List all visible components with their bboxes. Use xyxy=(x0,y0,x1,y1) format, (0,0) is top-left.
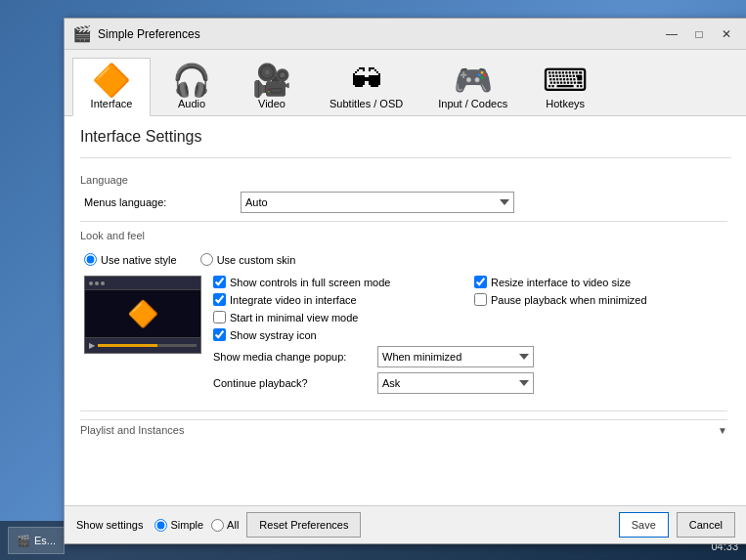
taskbar-app-label: Es... xyxy=(34,535,56,546)
divider-2 xyxy=(80,410,727,411)
preview-progress-fill xyxy=(98,344,157,347)
save-button[interactable]: Save xyxy=(619,512,669,538)
preview-play-icon: ▶ xyxy=(89,341,95,350)
native-style-text: Use native style xyxy=(101,254,177,266)
reset-preferences-button[interactable]: Reset Preferences xyxy=(246,512,361,538)
minimize-button[interactable]: — xyxy=(659,22,684,46)
checkbox-col-right: Resize interface to video size Pause pla… xyxy=(474,276,724,346)
media-popup-row: Show media change popup: When minimized … xyxy=(213,346,724,367)
custom-skin-radio[interactable] xyxy=(200,253,213,266)
start-minimal-label: Start in minimal view mode xyxy=(230,312,358,323)
skin-radio-group: Use native style Use custom skin xyxy=(80,247,727,272)
show-systray-label: Show systray icon xyxy=(230,329,317,341)
menus-language-row: Menus language: Auto English French Germ… xyxy=(80,192,727,213)
playlist-section-header[interactable]: Playlist and Instances ▼ xyxy=(80,419,727,440)
maximize-button[interactable]: □ xyxy=(686,22,712,46)
taskbar-app-icon: 🎬 xyxy=(17,535,30,547)
resize-interface-label: Resize interface to video size xyxy=(491,277,631,288)
cancel-button[interactable]: Cancel xyxy=(677,512,735,538)
pause-minimized-row: Pause playback when minimized xyxy=(474,293,724,306)
tab-subtitles-label: Subtitles / OSD xyxy=(329,98,403,109)
dialog-window: 🎬 Simple Preferences — □ ✕ 🔶 Interface 🎧… xyxy=(64,18,746,544)
chevron-down-icon: ▼ xyxy=(718,425,727,436)
tab-input-label: Input / Codecs xyxy=(438,98,507,109)
tab-input[interactable]: 🎮 Input / Codecs xyxy=(421,58,524,115)
checkbox-columns: Show controls in full screen mode Integr… xyxy=(213,276,724,346)
tab-subtitles[interactable]: 🕶 Subtitles / OSD xyxy=(313,58,419,115)
language-group-label: Language xyxy=(80,174,727,186)
preview-dots xyxy=(89,281,105,285)
menus-language-select[interactable]: Auto English French German Spanish xyxy=(241,192,514,213)
continue-playback-row: Continue playback? Ask Always Never xyxy=(213,372,724,394)
continue-playback-label: Continue playback? xyxy=(213,377,370,389)
tab-video-label: Video xyxy=(258,98,285,109)
vlc-cone-icon: 🔶 xyxy=(127,299,158,329)
tab-interface-label: Interface xyxy=(91,98,133,109)
resize-interface-checkbox[interactable] xyxy=(474,276,487,288)
tab-audio[interactable]: 🎧 Audio xyxy=(153,58,231,115)
preview-screen: 🔶 xyxy=(85,290,200,337)
integrate-video-row: Integrate video in interface xyxy=(213,293,462,306)
bottom-bar: Show settings Simple All Reset Preferenc… xyxy=(65,505,746,543)
simple-radio-label[interactable]: Simple xyxy=(154,519,203,532)
pause-minimized-label: Pause playback when minimized xyxy=(491,294,647,306)
tab-input-icon: 🎮 xyxy=(454,65,493,96)
preview-checkboxes-row: 🔶 ▶ xyxy=(80,272,727,403)
pause-minimized-checkbox[interactable] xyxy=(474,293,487,306)
integrate-video-checkbox[interactable] xyxy=(213,293,226,306)
divider-1 xyxy=(80,221,727,222)
all-radio-label[interactable]: All xyxy=(211,519,239,532)
integrate-video-label: Integrate video in interface xyxy=(230,294,357,306)
simple-radio[interactable] xyxy=(154,519,167,532)
preview-thumbnail: 🔶 ▶ xyxy=(84,276,201,354)
tab-hotkeys-icon: ⌨ xyxy=(543,65,588,96)
title-bar-controls: — □ ✕ xyxy=(659,22,739,46)
show-systray-checkbox[interactable] xyxy=(213,328,226,341)
dialog-title: Simple Preferences xyxy=(98,27,653,41)
tab-audio-icon: 🎧 xyxy=(172,65,211,96)
menus-language-label: Menus language: xyxy=(84,196,241,208)
tab-interface-icon: 🔶 xyxy=(92,65,131,96)
dialog-icon: 🎬 xyxy=(72,24,92,43)
tab-video-icon: 🎥 xyxy=(252,65,291,96)
media-popup-select[interactable]: When minimized Always Never xyxy=(377,346,534,367)
tab-bar: 🔶 Interface 🎧 Audio 🎥 Video 🕶 Subtitles … xyxy=(65,50,746,116)
show-controls-label: Show controls in full screen mode xyxy=(230,277,390,288)
all-radio-text: All xyxy=(227,519,239,531)
tab-hotkeys[interactable]: ⌨ Hotkeys xyxy=(526,58,604,115)
checkboxes-area: Show controls in full screen mode Integr… xyxy=(213,276,724,399)
section-divider xyxy=(80,157,731,158)
custom-skin-radio-label[interactable]: Use custom skin xyxy=(200,253,296,266)
tab-video[interactable]: 🎥 Video xyxy=(233,58,311,115)
show-controls-row: Show controls in full screen mode xyxy=(213,276,462,288)
show-settings-label: Show settings xyxy=(76,519,143,531)
taskbar-app[interactable]: 🎬 Es... xyxy=(8,527,65,554)
title-bar: 🎬 Simple Preferences — □ ✕ xyxy=(65,19,746,50)
all-radio[interactable] xyxy=(211,519,224,532)
close-button[interactable]: ✕ xyxy=(714,22,739,46)
resize-interface-row: Resize interface to video size xyxy=(474,276,724,288)
start-minimal-checkbox[interactable] xyxy=(213,311,226,323)
media-popup-label: Show media change popup: xyxy=(213,351,370,363)
tab-audio-label: Audio xyxy=(178,98,205,109)
settings-scroll[interactable]: Language Menus language: Auto English Fr… xyxy=(80,166,731,494)
tab-subtitles-icon: 🕶 xyxy=(351,65,382,96)
section-title: Interface Settings xyxy=(80,128,731,146)
playlist-section-label: Playlist and Instances xyxy=(80,424,184,436)
preview-top-bar xyxy=(85,277,200,290)
preview-progress-bar xyxy=(98,344,197,347)
show-controls-checkbox[interactable] xyxy=(213,276,226,288)
tab-interface[interactable]: 🔶 Interface xyxy=(72,58,151,116)
custom-skin-text: Use custom skin xyxy=(217,254,296,266)
show-systray-row: Show systray icon xyxy=(213,328,462,341)
native-style-radio[interactable] xyxy=(84,253,97,266)
start-minimal-row: Start in minimal view mode xyxy=(213,311,462,323)
simple-radio-text: Simple xyxy=(170,519,203,531)
tab-hotkeys-label: Hotkeys xyxy=(546,98,585,109)
preview-dot-1 xyxy=(89,281,93,285)
native-style-radio-label[interactable]: Use native style xyxy=(84,253,177,266)
preview-dot-3 xyxy=(101,281,105,285)
preview-controls-bar: ▶ xyxy=(85,337,200,353)
content-area: Interface Settings Language Menus langua… xyxy=(65,116,746,505)
continue-playback-select[interactable]: Ask Always Never xyxy=(377,372,534,394)
